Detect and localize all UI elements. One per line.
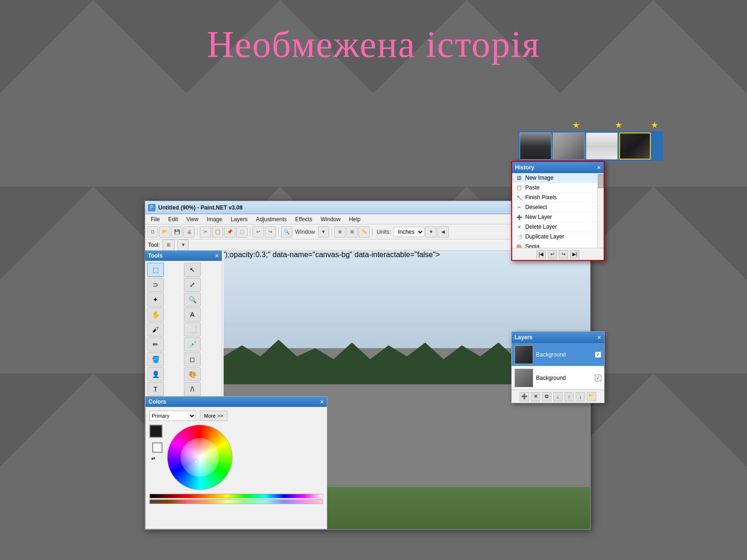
colors-header: Colors ✕ (146, 397, 327, 407)
tool-pencil[interactable]: ✏ (147, 337, 164, 351)
history-first-btn[interactable]: |◀ (536, 250, 546, 259)
toolbar-redo[interactable]: ↪ (265, 226, 276, 238)
menu-help[interactable]: Help (345, 215, 364, 224)
toolbar-sep2 (250, 227, 250, 237)
toolbar-extra2[interactable]: ◀ (437, 226, 449, 238)
toolbar-window-dropdown[interactable]: ▼ (318, 226, 329, 238)
menu-image[interactable]: Image (203, 215, 226, 224)
tool-text2[interactable]: T (147, 382, 164, 396)
color-palette-strip1[interactable] (149, 494, 323, 498)
units-select[interactable]: Inches Pixels cm (394, 227, 424, 237)
layer-check-1[interactable]: ✓ (595, 351, 601, 358)
tool-pan[interactable]: ✋ (147, 308, 164, 322)
tool-select-rect[interactable]: ⬚ (147, 263, 164, 277)
tool-text[interactable]: A (184, 308, 201, 322)
swap-btn-wrapper: ⇄ (149, 455, 162, 462)
menu-adjustments[interactable]: Adjustments (252, 215, 290, 224)
tool-move[interactable]: ⤢ (184, 278, 201, 292)
tool-shapes[interactable]: ◻ (184, 352, 201, 366)
history-item-paste[interactable]: 📋 Paste (512, 183, 604, 193)
tool-brush[interactable]: 🖌 (147, 322, 164, 336)
color-mode-select[interactable]: Primary Secondary (149, 411, 196, 421)
menu-layers[interactable]: Layers (227, 215, 251, 224)
swap-colors-button[interactable]: ⇄ (149, 455, 157, 462)
layer-move-up-btn[interactable]: ↑ (564, 392, 574, 401)
toolbar-extra1[interactable]: ▼ (425, 226, 437, 238)
layer-item-1[interactable]: Background ✓ (512, 343, 604, 366)
palette-area (149, 494, 323, 504)
history-item-new-layer[interactable]: ➕ New Layer (512, 212, 604, 222)
layers-close[interactable]: ✕ (597, 335, 601, 341)
history-back-btn[interactable]: ↩ (548, 250, 557, 259)
history-scroll-thumb[interactable] (598, 174, 604, 188)
tool-select-arrow[interactable]: ↖ (184, 263, 201, 277)
toolbar-undo[interactable]: ↩ (253, 226, 264, 238)
tool-curve[interactable]: /\ (184, 382, 201, 396)
tool-lasso[interactable]: ⊃ (147, 278, 164, 292)
background-swatch[interactable] (152, 442, 162, 453)
layer-merge-btn[interactable]: ↓ (553, 392, 563, 401)
menu-effects[interactable]: Effects (291, 215, 316, 224)
layer-item-2[interactable]: Background ✓ (512, 366, 604, 390)
history-label-finish-pixels: Finish Pixels (525, 194, 557, 201)
colors-close[interactable]: ✕ (320, 399, 324, 405)
menu-view[interactable]: View (183, 215, 202, 224)
menu-file[interactable]: File (147, 215, 163, 224)
toolbar-rulers[interactable]: 📏 (359, 226, 370, 238)
menu-edit[interactable]: Edit (164, 215, 182, 224)
history-item-new-image[interactable]: 🖼 New Image (512, 173, 604, 183)
tool-color-replace[interactable]: 🎨 (184, 367, 201, 381)
tool-fill[interactable]: 🪣 (147, 352, 164, 366)
toolbar-sep3 (278, 227, 279, 237)
history-item-duplicate-layer[interactable]: 📑 Duplicate Layer (512, 232, 604, 242)
history-last-btn[interactable]: ▶| (570, 250, 579, 259)
history-item-sepia[interactable]: 🎨 Sepia (512, 242, 604, 248)
toolbar-print[interactable]: 🖨 (183, 226, 195, 238)
toolbar-new[interactable]: 🗋 (147, 226, 158, 238)
thumbnail-4-active[interactable] (619, 133, 651, 160)
layer-duplicate-btn[interactable]: ⧉ (542, 392, 551, 401)
layer-thumb-1 (514, 345, 533, 364)
history-close[interactable]: ✕ (597, 165, 601, 171)
history-item-finish-pixels[interactable]: 🔧 Finish Pixels (512, 193, 604, 203)
history-forward-btn[interactable]: ↪ (559, 250, 568, 259)
toolbar-paste[interactable]: 📌 (224, 226, 235, 238)
tool-eraser[interactable]: ⬜ (184, 322, 201, 336)
layer-add-btn[interactable]: ➕ (520, 392, 529, 401)
history-label-new-layer: New Layer (525, 214, 552, 220)
window-dropdown-label: Window (295, 229, 315, 235)
history-scrollbar[interactable] (597, 173, 604, 248)
toolbar-zoom-fit[interactable]: ⊕ (334, 226, 345, 238)
tool-dropdown[interactable]: ▼ (177, 239, 189, 251)
thumbnail-1[interactable] (520, 133, 551, 160)
toolbar-copy[interactable]: 📋 (212, 226, 223, 238)
thumbnail-3[interactable] (586, 133, 618, 160)
swap-area (149, 440, 162, 447)
thumbnail-2[interactable] (553, 133, 585, 160)
tool-magic-wand[interactable]: ✦ (147, 293, 164, 307)
tools-close[interactable]: ✕ (215, 253, 219, 259)
tool-label: Tool: (148, 242, 160, 248)
foreground-swatch[interactable] (149, 425, 162, 438)
history-item-delete-layer[interactable]: ✕ Delete Layer (512, 222, 604, 232)
tool-current[interactable]: ⊞ (162, 239, 175, 251)
history-footer: |◀ ↩ ↪ ▶| (512, 248, 604, 260)
tool-zoom[interactable]: 🔍 (184, 293, 201, 307)
more-button[interactable]: More >> (200, 411, 227, 421)
color-wheel[interactable] (167, 425, 233, 490)
history-item-deselect[interactable]: ✂ Deselect (512, 203, 604, 212)
toolbar-cut[interactable]: ✂ (200, 226, 211, 238)
layer-move-down-btn[interactable]: ↓ (576, 392, 585, 401)
layer-delete-btn[interactable]: ✕ (531, 392, 540, 401)
color-palette-strip2[interactable] (149, 499, 323, 504)
menu-window[interactable]: Window (317, 215, 345, 224)
toolbar-grid[interactable]: ⊞ (346, 226, 358, 238)
tool-eyedropper[interactable]: 💉 (184, 337, 201, 351)
toolbar-save[interactable]: 💾 (171, 226, 183, 238)
layer-check-2[interactable]: ✓ (595, 375, 601, 381)
tool-clone[interactable]: 👤 (147, 367, 164, 381)
toolbar-zoom-out[interactable]: 🔍 (281, 226, 292, 238)
toolbar-open[interactable]: 📂 (159, 226, 170, 238)
toolbar-deselect[interactable]: ⬚ (236, 226, 247, 238)
layer-properties-btn[interactable]: 📁 (587, 392, 596, 401)
